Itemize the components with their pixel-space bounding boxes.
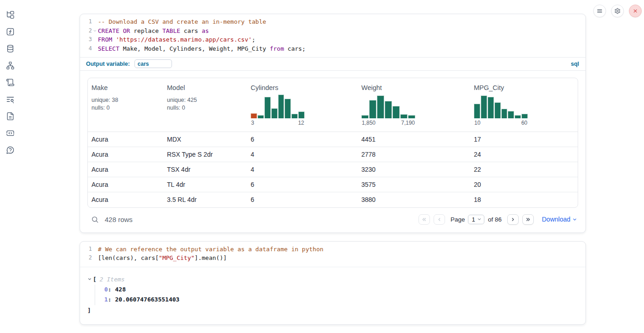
column-title[interactable]: Weight [361, 84, 467, 91]
database-icon[interactable] [5, 44, 15, 53]
file-tree-icon[interactable] [5, 10, 15, 19]
histogram-bar[interactable] [408, 115, 415, 118]
pagination: Page 1 of 86 Download [419, 214, 577, 225]
histogram-bar[interactable] [278, 95, 284, 118]
list-search-icon[interactable] [5, 95, 15, 104]
collapse-chevron-icon[interactable] [87, 277, 92, 281]
column-histogram[interactable]: 1,8507,190 [361, 95, 415, 126]
tree-items: 0: 4281: 20.060747663551403 [95, 285, 578, 305]
help-icon[interactable] [5, 145, 15, 154]
histogram-bar[interactable] [392, 106, 400, 118]
histogram-min-label: 10 [474, 120, 480, 126]
histogram-min-label: 3 [251, 120, 254, 126]
table-row[interactable]: AcuraTL 4dr6357520 [88, 177, 578, 192]
column-histogram[interactable]: 312 [251, 95, 305, 126]
table-cell: 4 [247, 147, 358, 162]
histogram-bar[interactable] [284, 99, 291, 118]
first-page-button[interactable] [419, 214, 430, 225]
table-cell: 4 [247, 162, 358, 177]
fold-gutter [92, 245, 98, 254]
function-square-icon[interactable] [5, 27, 15, 36]
histogram-bar[interactable] [521, 114, 528, 118]
gear-icon[interactable] [611, 5, 624, 17]
table-cell: TL 4dr [163, 177, 247, 192]
code-line[interactable]: 1# We can reference the output variable … [80, 245, 585, 254]
column-header[interactable]: Makeunique: 38nulls: 0 [88, 78, 163, 132]
table-cell: 20 [470, 177, 578, 192]
prev-page-button[interactable] [434, 214, 445, 225]
column-header[interactable]: MPG_City1060 [470, 78, 578, 132]
table-cell: 22 [470, 162, 578, 177]
language-badge[interactable]: sql [571, 61, 579, 67]
menu-icon[interactable] [593, 5, 606, 17]
tree-item-key: 0 [104, 286, 108, 293]
code-line[interactable]: 2[len(cars), cars["MPG_City"].mean()] [80, 254, 585, 263]
table-cell: 3880 [358, 192, 470, 207]
table-cell: Acura [88, 132, 163, 147]
code-line[interactable]: 1-- Download a CSV and create an in-memo… [80, 17, 585, 26]
histogram-bar[interactable] [264, 97, 271, 118]
histogram-bar[interactable] [488, 97, 494, 118]
code-line[interactable]: 2CREATE OR replace TABLE cars as [80, 26, 585, 36]
table-cell: 18 [470, 192, 578, 207]
column-header[interactable]: Cylinders312 [247, 78, 358, 132]
histogram-bar[interactable] [258, 115, 264, 118]
fold-chevron-icon[interactable] [92, 26, 98, 36]
column-title[interactable]: Make [91, 84, 160, 91]
histogram-bar[interactable] [385, 101, 392, 118]
histogram-bar[interactable] [474, 104, 480, 118]
fold-gutter [92, 35, 98, 44]
histogram-bar[interactable] [377, 95, 384, 118]
code-line[interactable]: 3FROM 'https://datasets.marimo.app/cars.… [80, 35, 585, 44]
search-icon[interactable] [91, 216, 99, 223]
download-button[interactable]: Download [542, 216, 577, 223]
page-select[interactable]: 1 [468, 215, 484, 224]
histogram-bar[interactable] [369, 100, 376, 118]
output-variable-input[interactable] [134, 59, 172, 68]
notebook: 1-- Download a CSV and create an in-memo… [80, 14, 586, 325]
dependency-graph-icon[interactable] [5, 61, 15, 70]
close-icon[interactable] [629, 5, 642, 17]
column-title[interactable]: Model [167, 84, 243, 91]
python-code-editor[interactable]: 1# We can reference the output variable … [80, 242, 585, 267]
sql-cell-output: Makeunique: 38nulls: 0Modelunique: 425nu… [80, 71, 585, 233]
column-histogram[interactable]: 1060 [474, 95, 528, 126]
histogram-bar[interactable] [298, 111, 305, 118]
column-stats: unique: 38nulls: 0 [91, 96, 160, 111]
table-cell: MDX [163, 132, 247, 147]
sql-code-editor[interactable]: 1-- Download a CSV and create an in-memo… [80, 14, 585, 57]
code-text: [len(cars), cars["MPG_City"].mean()] [98, 254, 227, 263]
histogram-bar[interactable] [494, 102, 501, 118]
table-row[interactable]: AcuraTSX 4dr4323022 [88, 162, 578, 177]
table-row[interactable]: Acura3.5 RL 4dr6388018 [88, 192, 578, 207]
column-header[interactable]: Weight1,8507,190 [358, 78, 470, 132]
document-icon[interactable] [5, 111, 15, 121]
histogram-bar[interactable] [508, 111, 514, 118]
column-title[interactable]: MPG_City [474, 84, 574, 91]
histogram-bar[interactable] [251, 113, 257, 118]
next-page-button[interactable] [507, 214, 519, 225]
code-text: SELECT Make, Model, Cylinders, Weight, M… [98, 44, 306, 53]
histogram-bar[interactable] [361, 115, 369, 118]
output-variable-label: Output variable: [86, 61, 130, 67]
histogram-bar[interactable] [400, 114, 408, 118]
table-row[interactable]: AcuraRSX Type S 2dr4277824 [88, 147, 578, 162]
column-header[interactable]: Modelunique: 425nulls: 0 [163, 78, 247, 132]
histogram-bar[interactable] [291, 114, 298, 118]
histogram-bar[interactable] [271, 108, 278, 118]
histogram-bar[interactable] [515, 115, 521, 118]
column-title[interactable]: Cylinders [251, 84, 354, 91]
code-line[interactable]: 4SELECT Make, Model, Cylinders, Weight, … [80, 44, 585, 53]
last-page-button[interactable] [522, 214, 534, 225]
table-row[interactable]: AcuraMDX6445117 [88, 132, 578, 147]
histogram-bar[interactable] [481, 95, 487, 118]
snippets-icon[interactable] [5, 128, 15, 137]
items-count: 2 Items [100, 275, 125, 284]
python-cell-output: [ 2 Items 0: 4281: 20.060747663551403 ] [80, 267, 585, 324]
table-cell: Acura [88, 177, 163, 192]
table-cell: 2778 [358, 147, 470, 162]
page-select-value: 1 [472, 216, 475, 223]
histogram-bar[interactable] [501, 109, 508, 118]
scroll-icon[interactable] [5, 78, 15, 87]
fold-gutter [92, 254, 98, 263]
